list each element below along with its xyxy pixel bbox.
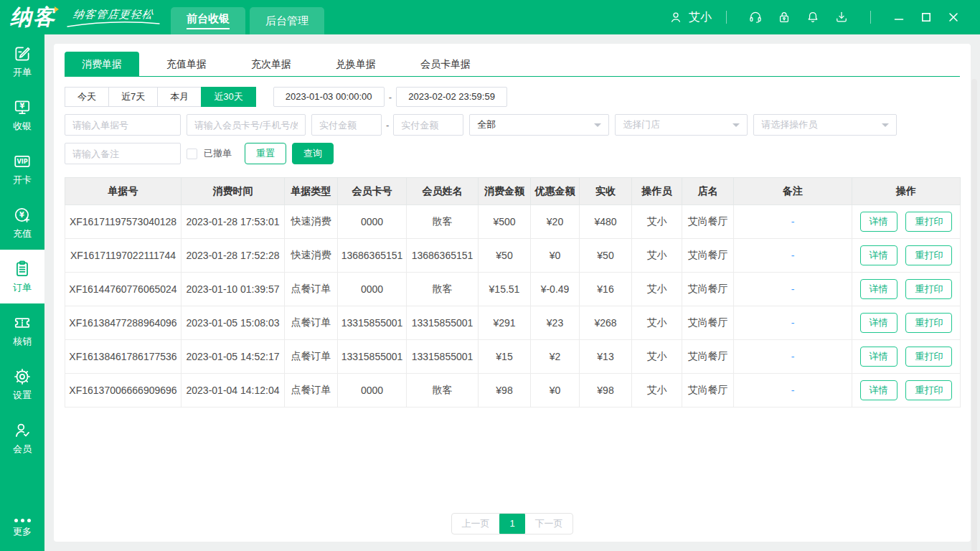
download-icon[interactable] [834,10,849,24]
detail-button[interactable]: 详情 [860,380,897,400]
col-paid: 实收 [580,178,632,205]
sidebar-item-orders[interactable]: 订单 [0,250,44,303]
cancelled-checkbox-wrap[interactable]: 已撤单 [187,147,232,160]
more-icon [14,519,31,522]
svg-text:¥: ¥ [20,102,25,110]
divider [870,11,871,24]
user-menu[interactable]: 艾小 [669,10,712,25]
col-time: 消费时间 [182,178,285,205]
member-search-input[interactable] [187,114,306,136]
detail-button[interactable]: 详情 [860,347,897,367]
reprint-button[interactable]: 重打印 [905,279,952,299]
user-icon [669,10,683,24]
reprint-button[interactable]: 重打印 [905,313,952,333]
sidebar-item-recharge[interactable]: ¥ 充值 [0,196,44,250]
next-page-button[interactable]: 下一页 [525,514,573,534]
support-headset-icon[interactable] [748,10,763,24]
document-tabs: 消费单据 充值单据 充次单据 兑换单据 会员卡单据 [65,44,960,77]
col-store: 店名 [682,178,734,205]
amount-min-input[interactable] [311,114,382,136]
notification-bell-icon[interactable] [806,10,820,24]
table-row: XF16137006666909696 2023-01-04 14:12:04 … [65,374,961,408]
order-no-input[interactable] [65,114,181,136]
col-type: 单据类型 [285,178,338,205]
chevron-down-icon [594,123,601,127]
date-end-input[interactable]: 2023-02-02 23:59:59 [396,87,507,107]
reprint-button[interactable]: 重打印 [905,380,952,400]
tab-exchange-orders[interactable]: 兑换单据 [319,52,393,76]
current-page-button[interactable]: 1 [499,513,525,534]
detail-button[interactable]: 详情 [860,279,897,299]
content-card: 消费单据 充值单据 充次单据 兑换单据 会员卡单据 今天 近7天 本月 近30天… [54,44,971,542]
filter-row-fields: - 全部 选择门店 请选择操作员 [65,114,960,136]
svg-text:¥: ¥ [19,211,24,219]
tab-member-card-orders[interactable]: 会员卡单据 [403,52,488,76]
sidebar-item-open-order[interactable]: 开单 [0,34,44,88]
range-today-button[interactable]: 今天 [65,87,109,107]
col-order-no: 单据号 [65,178,182,205]
detail-button[interactable]: 详情 [860,245,897,265]
search-button[interactable]: 查询 [292,143,334,164]
chevron-down-icon [882,123,889,127]
app-logo: 纳客 [10,0,56,34]
topnav-tab-backend-admin[interactable]: 后台管理 [250,7,324,34]
sidebar-item-open-card[interactable]: VIP 开卡 [0,142,44,196]
members-icon [13,421,32,440]
tab-times-orders[interactable]: 充次单据 [234,52,308,76]
remark-input[interactable] [65,143,181,164]
pagination: 上一页 1 下一页 [451,513,573,534]
sidebar-item-members[interactable]: 会员 [0,411,44,465]
window-minimize-button[interactable] [893,11,905,23]
detail-button[interactable]: 详情 [860,313,897,333]
topbar-right: 艾小 [669,10,967,25]
topnav-tab-front-cashier[interactable]: 前台收银 [171,7,245,34]
quick-range-group: 今天 近7天 本月 近30天 [65,87,256,107]
operator-select[interactable]: 请选择操作员 [753,114,897,136]
slogan: 纳客管店更轻松 [66,8,161,27]
settings-gear-icon [13,367,32,386]
sidebar-item-more[interactable]: 更多 [0,509,44,547]
topbar: 纳客 纳客管店更轻松 前台收银 后台管理 艾小 [0,0,980,34]
store-select[interactable]: 选择门店 [615,114,748,136]
date-range-separator: - [389,92,392,103]
reprint-button[interactable]: 重打印 [905,347,952,367]
window-close-button[interactable] [948,11,959,23]
chevron-down-icon [732,123,740,127]
col-actions: 操作 [852,178,961,205]
table-row: XF16171197022111744 2023-01-28 17:52:28 … [65,239,961,273]
detail-button[interactable]: 详情 [860,212,897,232]
col-card-no: 会员卡号 [338,178,407,205]
date-start-input[interactable]: 2023-01-03 00:00:00 [273,87,385,107]
table-row: XF16138461786177536 2023-01-05 14:52:17 … [65,340,961,374]
sidebar-item-settings[interactable]: 设置 [0,357,44,411]
col-operator: 操作员 [632,178,682,205]
vip-card-icon: VIP [13,152,32,171]
lock-icon[interactable] [777,10,791,24]
range-7days-button[interactable]: 近7天 [108,87,158,107]
orders-icon [13,260,32,278]
sidebar-item-cashier[interactable]: ¥ 收银 [0,88,44,142]
reprint-button[interactable]: 重打印 [905,245,952,265]
prev-page-button[interactable]: 上一页 [452,514,499,534]
sidebar-item-verify[interactable]: 核销 [0,303,44,357]
amount-range-separator: - [386,120,389,131]
window-maximize-button[interactable] [920,11,932,23]
tab-recharge-orders[interactable]: 充值单据 [149,52,224,76]
filter-row-dates: 今天 近7天 本月 近30天 2023-01-03 00:00:00 - 202… [65,87,960,107]
divider [726,11,727,24]
filter-row-actions: 已撤单 重置 查询 [65,143,960,164]
table-row: XF16138477288964096 2023-01-05 15:08:03 … [65,306,961,340]
order-type-select[interactable]: 全部 [469,114,609,136]
tab-consume-orders[interactable]: 消费单据 [65,52,139,76]
scrollbar[interactable] [971,79,977,551]
amount-max-input[interactable] [393,114,463,136]
table-row: XF16144760776065024 2023-01-10 01:39:57 … [65,273,961,306]
cancelled-checkbox[interactable] [187,149,197,159]
range-30days-button[interactable]: 近30天 [201,87,255,107]
reset-button[interactable]: 重置 [245,143,286,164]
reprint-button[interactable]: 重打印 [905,212,952,232]
slogan-swoosh-icon [66,22,161,27]
cashier-icon: ¥ [13,98,32,117]
order-create-icon [13,44,32,63]
range-month-button[interactable]: 本月 [157,87,202,107]
